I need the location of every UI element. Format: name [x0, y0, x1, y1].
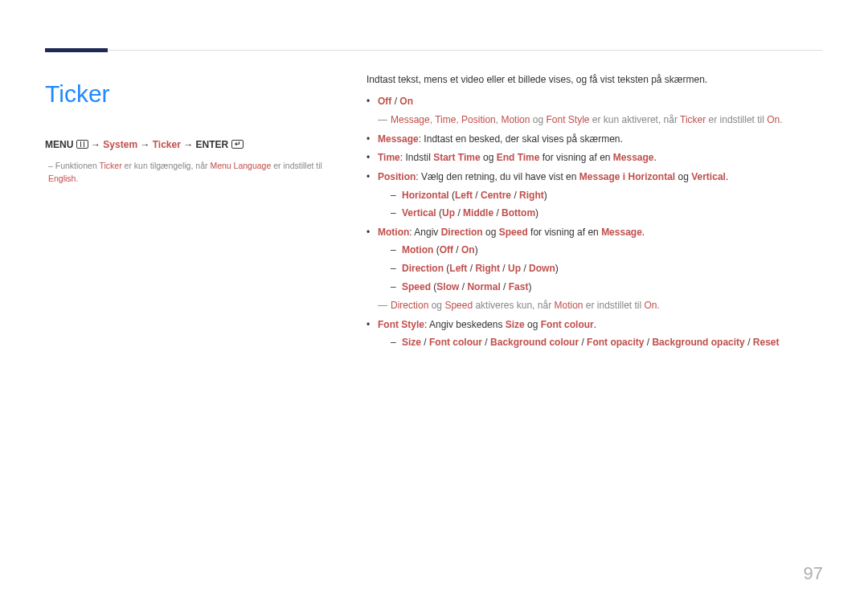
t: / — [511, 190, 519, 201]
hl: Motion — [501, 114, 530, 125]
arrow: → — [140, 139, 149, 150]
hl: Motion — [402, 244, 433, 255]
bullet-position: Position: Vælg den retning, du vil have … — [366, 170, 823, 221]
t: / — [579, 337, 587, 348]
label: Message — [378, 133, 419, 145]
t: og — [428, 300, 444, 311]
t: og — [525, 319, 541, 330]
hl: Normal — [467, 281, 500, 292]
t: / — [501, 281, 509, 292]
fontstyle-sublist: Size / Font colour / Background colour /… — [391, 335, 823, 350]
sub-vertical: Vertical (Up / Middle / Bottom) — [391, 206, 823, 221]
t: / — [745, 337, 753, 348]
sub-motion: Motion (Off / On) — [391, 243, 823, 258]
page-number: 97 — [804, 560, 823, 587]
label: Motion — [378, 227, 409, 238]
label: Font Style — [378, 319, 424, 330]
t: / — [644, 337, 652, 348]
sep: / — [391, 96, 399, 107]
t: . — [642, 227, 645, 238]
t: . — [780, 114, 782, 125]
hl: Time — [435, 114, 456, 125]
hl: On — [767, 114, 780, 125]
right-column: Indtast tekst, mens et video eller et bi… — [366, 72, 823, 350]
text: : Indtast en besked, der skal vises på s… — [419, 133, 623, 145]
t: ) — [475, 244, 478, 255]
path-ticker: Ticker — [153, 139, 181, 150]
t: for visning af en — [528, 227, 601, 238]
hl: Background colour — [490, 337, 579, 348]
hl: Bottom — [502, 207, 535, 219]
hl: Message — [391, 114, 430, 125]
motion-sublist: Motion (Off / On) Direction (Left / Righ… — [391, 243, 823, 294]
hl: Size — [506, 319, 525, 330]
sub-fontstyle-options: Size / Font colour / Background colour /… — [391, 335, 823, 350]
t: / — [421, 337, 429, 348]
arrow: → — [91, 139, 100, 150]
note-activation: Message, Time, Position, Motion og Font … — [378, 112, 823, 128]
page-title: Ticker — [45, 76, 334, 113]
t: og — [481, 152, 497, 163]
t: / — [473, 190, 481, 201]
hl: Speed — [402, 281, 431, 292]
path-system: System — [103, 139, 137, 150]
value-off: Off — [378, 96, 391, 107]
t: : Indstil — [400, 152, 433, 163]
menu-label: MENU — [45, 139, 76, 150]
note-text: er indstillet til — [271, 161, 322, 170]
t: / — [459, 281, 467, 292]
sub-horizontal: Horizontal (Left / Centre / Right) — [391, 188, 823, 203]
t: aktiveres kun, når — [473, 300, 554, 311]
enter-label: ENTER — [196, 139, 231, 150]
hl: Horizontal — [628, 171, 676, 182]
hl: Message — [601, 227, 642, 238]
hl: Fast — [509, 281, 529, 292]
hl: Reset — [753, 337, 780, 348]
hl: Direction — [402, 263, 444, 274]
hl: Font colour — [429, 337, 482, 348]
top-horizontal-rule — [45, 50, 823, 51]
hl: Motion — [554, 300, 583, 311]
t: . — [594, 319, 596, 330]
hl: Message i — [579, 171, 628, 182]
label: Time — [378, 152, 400, 163]
left-column: Ticker MENU → System → Ticker → ENTER Fu… — [45, 72, 334, 186]
note-text: er kun tilgængelig, når — [122, 161, 211, 170]
hl: Direction — [391, 300, 428, 311]
hl: Vertical — [691, 171, 726, 182]
left-footnote: Funktionen Ticker er kun tilgængelig, nå… — [48, 160, 334, 186]
t: ) — [544, 190, 547, 201]
hl: Vertical — [402, 207, 436, 219]
hl: Font opacity — [587, 337, 644, 348]
note-ticker: Ticker — [99, 161, 121, 170]
t: : Vælg den retning, du vil have vist en — [416, 171, 579, 182]
hl: Start Time — [433, 152, 480, 163]
t: / — [467, 263, 475, 274]
t: og — [483, 227, 499, 238]
bullet-fontstyle: Font Style: Angiv beskedens Size og Font… — [366, 317, 823, 350]
bullet-list: Off / On Message, Time, Position, Motion… — [366, 94, 823, 350]
hl: Up — [442, 207, 455, 219]
t: ( — [436, 207, 442, 219]
bullet-message: Message: Indtast en besked, der skal vis… — [366, 132, 823, 147]
t: og — [675, 171, 691, 182]
t: / — [453, 244, 461, 255]
hl: Left — [455, 190, 473, 201]
t: / — [521, 263, 529, 274]
hl: Background opacity — [652, 337, 744, 348]
hl: Middle — [463, 207, 493, 219]
hl: Font colour — [541, 319, 594, 330]
hl: Slow — [436, 281, 459, 292]
t: for visning af en — [539, 152, 612, 163]
t: / — [482, 337, 490, 348]
t: ( — [449, 190, 455, 201]
t: : Angiv beskedens — [424, 319, 506, 330]
intro-paragraph: Indtast tekst, mens et video eller et bi… — [366, 72, 823, 88]
t: er kun aktiveret, når — [590, 114, 681, 125]
sub-speed: Speed (Slow / Normal / Fast) — [391, 280, 823, 295]
hl: Position — [461, 114, 496, 125]
t: . — [726, 171, 728, 182]
note-text: . — [76, 174, 78, 183]
hl: Direction — [441, 227, 483, 238]
hl: Speed — [444, 300, 473, 311]
